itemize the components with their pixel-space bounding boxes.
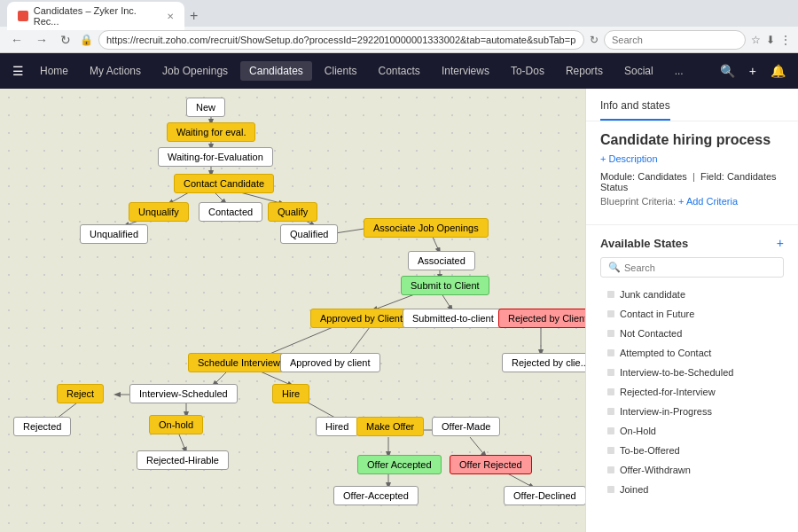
available-states-section: Available States + 🔍 Junk candidateConta… xyxy=(586,224,798,510)
node-approved-by-client-btn[interactable]: Approved by Client xyxy=(310,309,412,328)
node-submit-client-label: Submit to Client xyxy=(401,276,489,295)
state-item[interactable]: Attempted to Contact xyxy=(600,343,784,363)
nav-more[interactable]: ... xyxy=(666,61,692,81)
node-offer-accepted-state[interactable]: Offer-Accepted xyxy=(333,486,419,505)
state-item[interactable]: Rejected-for-Interview xyxy=(600,382,784,402)
node-schedule-interview-label: Schedule Interview xyxy=(188,353,290,372)
node-offer-made-label: Offer-Made xyxy=(432,417,500,436)
flowchart-canvas[interactable]: New Waiting for eval. Waiting-for-Evalua… xyxy=(0,89,585,532)
state-icon xyxy=(607,466,614,473)
state-label: Contact in Future xyxy=(620,309,694,319)
node-offer-declined[interactable]: Offer-Declined xyxy=(504,486,585,505)
node-rejected[interactable]: Rejected xyxy=(13,417,71,436)
app-nav: ☰ Home My Actions Job Openings Candidate… xyxy=(0,53,798,89)
node-qualified[interactable]: Qualified xyxy=(280,224,338,244)
tab-close-btn[interactable]: ✕ xyxy=(167,12,174,21)
state-item[interactable]: To-be-Offered xyxy=(600,441,784,460)
main-content: New Waiting for eval. Waiting-for-Evalua… xyxy=(0,89,798,532)
node-rejected-hirable[interactable]: Rejected-Hirable xyxy=(137,450,229,470)
nav-interviews[interactable]: Interviews xyxy=(433,61,498,81)
node-unqualified[interactable]: Unqualified xyxy=(80,224,148,244)
nav-social[interactable]: Social xyxy=(615,61,662,81)
node-submit-client[interactable]: Submit to Client xyxy=(401,276,489,295)
new-tab-button[interactable]: + xyxy=(184,6,203,26)
node-submitted-client[interactable]: Submitted-to-client xyxy=(403,309,504,328)
notifications-icon[interactable]: 🔔 xyxy=(767,60,789,82)
add-state-button[interactable]: + xyxy=(777,236,784,250)
state-label: Junk candidate xyxy=(620,289,685,300)
node-interview-scheduled[interactable]: Interview-Scheduled xyxy=(129,384,238,403)
node-associated[interactable]: Associated xyxy=(408,251,475,270)
node-qualify-label: Qualify xyxy=(268,202,317,222)
forward-button[interactable]: → xyxy=(32,31,51,49)
node-offer-made[interactable]: Offer-Made xyxy=(432,417,500,436)
node-assoc-job[interactable]: Associate Job Openings xyxy=(364,218,489,238)
node-rejected-client-btn[interactable]: Rejected by Client xyxy=(498,309,585,328)
search-nav-icon[interactable]: 🔍 xyxy=(716,60,739,82)
node-contacted[interactable]: Contacted xyxy=(199,202,262,222)
node-rejected-by-client-text[interactable]: Rejected by clie... xyxy=(502,353,585,372)
node-waiting-eval-btn[interactable]: Waiting for eval. xyxy=(167,122,255,142)
node-on-hold[interactable]: On-hold xyxy=(149,415,203,434)
state-item[interactable]: Interview-in-Progress xyxy=(600,402,784,421)
node-offer-rejected-btn[interactable]: Offer Rejected xyxy=(450,455,532,474)
node-unqualify[interactable]: Unqualify xyxy=(129,202,189,222)
node-new[interactable]: New xyxy=(186,98,225,117)
node-rejected-client-label: Rejected by Client xyxy=(498,309,585,328)
nav-to-dos[interactable]: To-Dos xyxy=(502,61,553,81)
node-reject[interactable]: Reject xyxy=(57,384,104,403)
node-contact-candidate[interactable]: Contact Candidate xyxy=(174,174,274,193)
node-waiting-evaluation[interactable]: Waiting-for-Evaluation xyxy=(158,147,273,167)
module-meta: Module: Candidates | Field: Candidates S… xyxy=(600,171,784,192)
state-label: Offer-Withdrawn xyxy=(620,465,691,475)
state-item[interactable]: On-Hold xyxy=(600,421,784,441)
add-nav-icon[interactable]: + xyxy=(746,60,760,82)
panel-header: Info and states xyxy=(586,89,798,121)
node-interview-scheduled-label: Interview-Scheduled xyxy=(129,384,238,403)
active-tab[interactable]: Candidates – Zyker Inc. Rec... ✕ xyxy=(7,2,184,30)
node-hire[interactable]: Hire xyxy=(272,384,309,403)
node-rejected-label: Rejected xyxy=(13,417,71,436)
nav-contacts[interactable]: Contacts xyxy=(370,61,429,81)
nav-reports[interactable]: Reports xyxy=(557,61,612,81)
node-on-hold-label: On-hold xyxy=(149,415,203,434)
state-label: Rejected-for-Interview xyxy=(620,387,716,397)
reload-icon[interactable]: ↻ xyxy=(590,34,598,46)
node-offer-accepted-state-label: Offer-Accepted xyxy=(333,486,419,505)
state-label: Interview-to-be-Scheduled xyxy=(620,367,733,378)
panel-tab[interactable]: Info and states xyxy=(600,99,670,121)
node-approved-by-client-label: Approved by Client xyxy=(310,309,412,328)
node-hired[interactable]: Hired xyxy=(316,417,358,436)
state-item[interactable]: Junk candidate xyxy=(600,285,784,304)
node-offer-accepted-btn[interactable]: Offer Accepted xyxy=(357,455,442,474)
refresh-button[interactable]: ↻ xyxy=(57,31,74,49)
url-input[interactable] xyxy=(98,30,584,50)
node-make-offer[interactable]: Make Offer xyxy=(356,417,424,436)
states-search-input[interactable] xyxy=(624,262,776,273)
state-label: Interview-in-Progress xyxy=(620,406,712,417)
nav-home[interactable]: Home xyxy=(31,61,77,81)
states-search-box[interactable]: 🔍 xyxy=(600,257,784,278)
back-button[interactable]: ← xyxy=(7,31,27,49)
node-assoc-job-label: Associate Job Openings xyxy=(364,218,489,238)
browser-search-input[interactable] xyxy=(604,30,746,50)
node-approved-by-client-text[interactable]: Approved by client xyxy=(280,353,380,372)
state-item[interactable]: Not Contacted xyxy=(600,324,784,343)
nav-job-openings[interactable]: Job Openings xyxy=(153,61,237,81)
nav-clients[interactable]: Clients xyxy=(316,61,366,81)
node-qualify[interactable]: Qualify xyxy=(268,202,317,222)
add-description-link[interactable]: + Description xyxy=(600,153,784,164)
node-offer-declined-label: Offer-Declined xyxy=(504,486,585,505)
state-item[interactable]: Contact in Future xyxy=(600,304,784,324)
add-criteria-link[interactable]: + Add Criteria xyxy=(678,196,738,207)
node-schedule-interview[interactable]: Schedule Interview xyxy=(188,353,290,372)
state-item[interactable]: Interview-to-be-Scheduled xyxy=(600,363,784,382)
download-icon[interactable]: ⬇ xyxy=(766,34,775,46)
settings-icon[interactable]: ⋮ xyxy=(780,34,791,46)
bookmark-icon[interactable]: ☆ xyxy=(751,34,761,46)
state-item[interactable]: Offer-Withdrawn xyxy=(600,460,784,480)
state-item[interactable]: Joined xyxy=(600,480,784,499)
hamburger-menu[interactable]: ☰ xyxy=(9,60,27,82)
nav-my-actions[interactable]: My Actions xyxy=(81,61,150,81)
nav-candidates[interactable]: Candidates xyxy=(240,61,312,81)
